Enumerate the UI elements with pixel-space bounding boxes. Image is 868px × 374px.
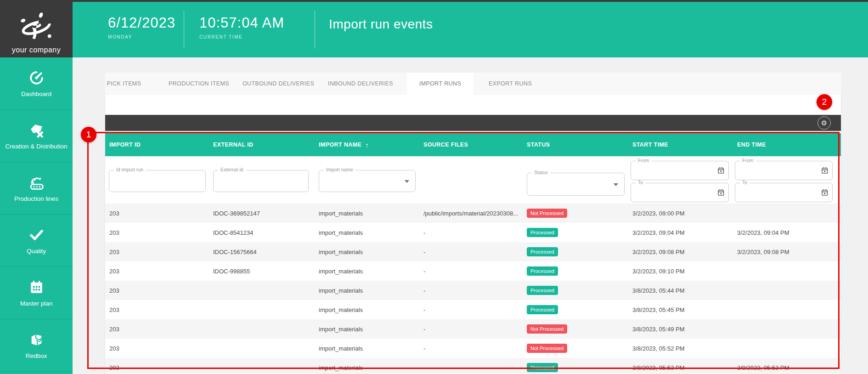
column-header-label: IMPORT NAME [319, 142, 361, 148]
cell-start-time: 3/8/2023, 05:49 PM [632, 319, 733, 339]
tab-pick-items[interactable]: PICK ITEMS [105, 73, 143, 95]
filter-field-label: Status [532, 170, 550, 175]
table-row[interactable]: 203import_materials-Not Processed3/8/202… [105, 339, 841, 358]
cell-source-files: - [423, 242, 522, 261]
current-date: 6/12/2023 [108, 15, 175, 31]
table-row[interactable]: 203IDOC-998855import_materials-Processed… [105, 261, 841, 281]
column-header-external-id[interactable]: EXTERNAL ID [213, 133, 314, 156]
status-badge: Not Processed [527, 344, 567, 353]
table-row[interactable]: 203import_materials-Processed3/8/2023, 0… [105, 300, 841, 319]
cell-external-id [213, 319, 314, 339]
status-badge: Processed [527, 286, 558, 295]
sidebar-item-creation-distribution[interactable]: Creation & Distribution [0, 110, 73, 162]
table-row[interactable]: 203IDOC-369852147import_materials/public… [105, 204, 841, 223]
cell-status: Processed [527, 281, 628, 300]
tab-production-items[interactable]: PRODUCTION ITEMS [165, 73, 233, 95]
filter-start-time-to[interactable]: To [631, 183, 729, 202]
cell-import-name: import_materials [319, 300, 419, 319]
cell-end-time [737, 339, 831, 358]
column-header-start-time[interactable]: START TIME [632, 133, 733, 156]
filter-end-time-to[interactable]: To [735, 183, 833, 202]
status-badge: Not Processed [527, 324, 567, 334]
cell-import-name: import_materials [319, 281, 419, 300]
app-header: 6/12/2023 MONDAY 10:57:04 AM CURRENT TIM… [73, 2, 868, 57]
top-strip [0, 0, 868, 2]
cell-import-id: 203 [109, 339, 209, 358]
master-plan-calendar-icon [28, 279, 45, 296]
cell-import-id: 203 [109, 261, 209, 281]
cell-end-time [737, 204, 831, 223]
calendar-icon[interactable] [718, 189, 724, 196]
filter-field-label: From [636, 158, 652, 163]
sidebar-item-quality[interactable]: Quality [0, 215, 73, 267]
page-title: Import run events [329, 17, 433, 32]
cell-start-time: 3/8/2023, 05:45 PM [632, 300, 733, 319]
chevron-down-icon[interactable] [405, 180, 409, 183]
table-toolbar: ⚙ [105, 115, 841, 131]
cell-start-time: 3/2/2023, 09:04 PM [632, 223, 733, 242]
cell-external-id [213, 300, 314, 319]
cell-end-time [737, 261, 831, 281]
calendar-icon[interactable] [822, 167, 828, 174]
sidebar-item-redbox[interactable]: Redbox [0, 319, 73, 372]
cell-end-time [737, 281, 831, 300]
calendar-icon[interactable] [822, 189, 828, 196]
cell-end-time [737, 300, 831, 319]
sort-asc-icon: ↑ [365, 141, 369, 149]
status-badge: Processed [527, 266, 558, 276]
filter-status-select[interactable]: Status [527, 173, 625, 196]
filter-end-time-from[interactable]: From [735, 161, 833, 180]
tab-inbound-deliveries[interactable]: INBOUND DELIVERIES [326, 73, 395, 95]
table-row[interactable]: 203import_materials-Processed3/8/2023, 0… [105, 281, 841, 300]
filter-field-label: To [740, 180, 750, 185]
dashboard-icon [28, 69, 45, 86]
cell-import-name: import_materials [319, 223, 419, 242]
cell-start-time: 3/2/2023, 09:08 PM [632, 242, 733, 261]
calendar-icon[interactable] [718, 167, 724, 174]
filter-start-time-from[interactable]: From [631, 161, 729, 180]
tab-import-runs[interactable]: IMPORT RUNS [407, 73, 473, 95]
sidebar-item-master-plan[interactable]: Master plan [0, 267, 73, 319]
cell-end-time: 3/8/2023, 05:53 PM [737, 358, 831, 374]
cell-import-id: 203 [109, 281, 209, 300]
cell-source-files: /public/imports/material/20230308... [423, 204, 522, 223]
company-logo[interactable]: your company [0, 0, 73, 57]
sidebar-item-dashboard[interactable]: Dashboard [0, 57, 73, 110]
cell-status: Not Processed [527, 204, 628, 223]
cell-external-id: IDOC-369852147 [213, 204, 314, 223]
current-time: 10:57:04 AM [199, 15, 284, 31]
column-header-source-files[interactable]: SOURCE FILES [423, 133, 522, 156]
table-row[interactable]: 203IDOC-8541234import_materials-Processe… [105, 223, 841, 242]
filter-import-id-input[interactable]: Id import run [109, 170, 206, 192]
cell-import-name: import_materials [319, 339, 419, 358]
cell-status: Not Processed [527, 339, 628, 358]
table-row[interactable]: 203import_materials-Processed3/8/2023, 0… [105, 358, 841, 374]
company-name: your company [12, 46, 61, 54]
filter-import-name-select[interactable]: Import name [319, 170, 416, 192]
filter-external-id-input[interactable]: External id [213, 170, 309, 192]
cell-import-id: 203 [109, 242, 209, 261]
column-header-status[interactable]: STATUS [527, 133, 628, 156]
column-header-import-name[interactable]: IMPORT NAME↑ [319, 133, 419, 156]
table-body: 203IDOC-369852147import_materials/public… [105, 204, 841, 374]
cell-import-id: 203 [109, 319, 209, 339]
cell-external-id [213, 339, 314, 358]
filter-field-label: Import name [324, 167, 355, 172]
filter-field-label: From [740, 158, 756, 163]
cell-import-name: import_materials [319, 319, 419, 339]
tab-outbound-deliveries[interactable]: OUTBOUND DELIVERIES [243, 73, 314, 95]
column-header-label: END TIME [737, 142, 766, 148]
status-badge: Processed [527, 228, 558, 237]
chevron-down-icon[interactable] [614, 183, 618, 186]
column-header-end-time[interactable]: END TIME [737, 133, 831, 156]
column-header-import-id[interactable]: IMPORT ID [109, 133, 209, 156]
table-row[interactable]: 203import_materials-Not Processed3/8/202… [105, 319, 841, 339]
cell-import-name: import_materials [319, 261, 419, 281]
cell-source-files: - [423, 261, 522, 281]
column-header-label: START TIME [632, 142, 668, 148]
table-row[interactable]: 203IDOC-15675664import_materials-Process… [105, 242, 841, 261]
gear-icon[interactable]: ⚙ [817, 116, 831, 130]
tab-export-runs[interactable]: EXPORT RUNS [477, 73, 543, 95]
cell-start-time: 3/2/2023, 09:10 PM [632, 261, 733, 281]
sidebar-item-production-lines[interactable]: Production lines [0, 162, 73, 215]
